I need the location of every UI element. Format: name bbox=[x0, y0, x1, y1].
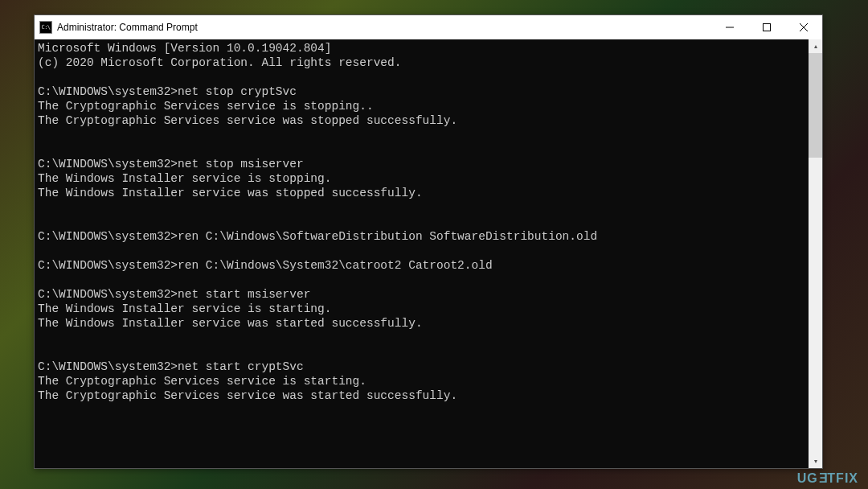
watermark-left: UG bbox=[797, 471, 818, 485]
close-button[interactable] bbox=[785, 15, 822, 39]
terminal-area: Microsoft Windows [Version 10.0.19042.80… bbox=[35, 39, 822, 468]
window-controls bbox=[711, 15, 822, 39]
watermark-right: TFIX bbox=[827, 471, 858, 485]
close-icon bbox=[800, 23, 808, 31]
titlebar[interactable]: C:\ Administrator: Command Prompt bbox=[35, 15, 822, 39]
maximize-button[interactable] bbox=[748, 15, 785, 39]
cmd-icon: C:\ bbox=[39, 21, 52, 34]
maximize-icon bbox=[763, 23, 771, 31]
command-prompt-window: C:\ Administrator: Command Prompt Micros… bbox=[34, 14, 823, 469]
watermark-e: E bbox=[818, 471, 828, 486]
minimize-button[interactable] bbox=[711, 15, 748, 39]
terminal-output[interactable]: Microsoft Windows [Version 10.0.19042.80… bbox=[35, 39, 809, 468]
minimize-icon bbox=[726, 23, 734, 31]
window-title: Administrator: Command Prompt bbox=[57, 22, 711, 33]
vertical-scrollbar[interactable]: ▴ ▾ bbox=[809, 39, 822, 468]
scroll-down-button[interactable]: ▾ bbox=[809, 454, 822, 468]
scroll-thumb[interactable] bbox=[809, 53, 822, 158]
watermark: UGETFIX bbox=[797, 471, 858, 486]
scroll-up-button[interactable]: ▴ bbox=[809, 39, 822, 53]
svg-rect-1 bbox=[764, 24, 771, 31]
